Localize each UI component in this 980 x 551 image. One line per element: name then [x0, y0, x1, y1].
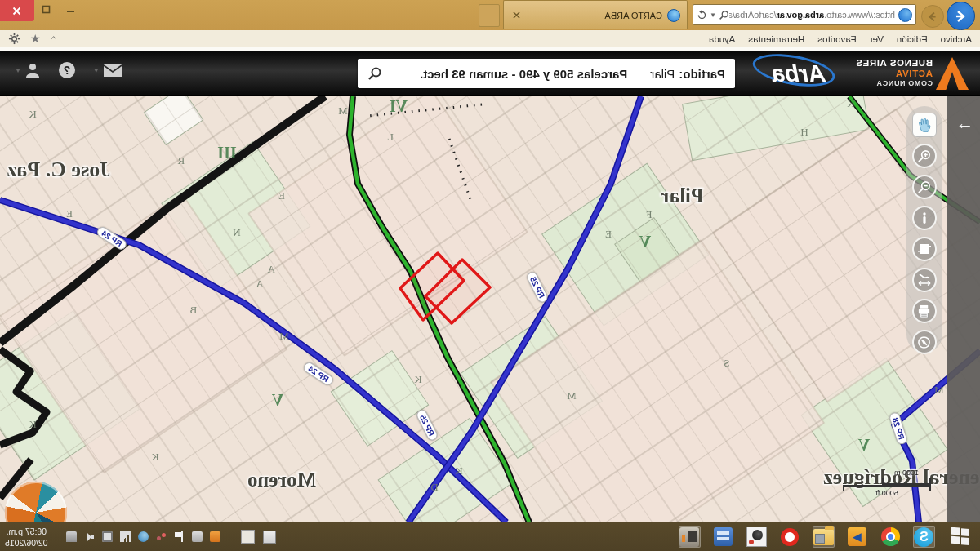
- minimize-button[interactable]: [59, 0, 83, 18]
- zoom-in-button[interactable]: [912, 144, 937, 168]
- taskbar-app-skype[interactable]: S: [913, 526, 935, 548]
- taskbar-app-chrome[interactable]: [880, 526, 902, 548]
- parcel-search-box[interactable]: Partido: Pilar Parcelas 509 y 490 - suma…: [358, 59, 735, 88]
- address-bar[interactable]: https://www.carto.arba.gov.ar/cartoArba/…: [693, 4, 916, 25]
- measure-button[interactable]: [912, 268, 937, 292]
- panel-expand-arrow-icon[interactable]: →: [956, 113, 973, 134]
- ltr-label: E: [66, 207, 73, 220]
- menu-item-archivo[interactable]: Archivo: [941, 34, 972, 44]
- preview-button[interactable]: [912, 237, 937, 261]
- ltr-label: E: [605, 228, 612, 241]
- tray-orange-icon[interactable]: [210, 531, 220, 542]
- menu-item-ver[interactable]: Ver: [870, 34, 884, 44]
- mirrored-screenshot: https://www.carto.arba.gov.ar/cartoArba/…: [0, 0, 980, 551]
- arba-logo: Arba: [755, 57, 837, 90]
- settings-gear-icon[interactable]: [8, 33, 20, 45]
- taskbar-clock[interactable]: 06:57 p.m. 02/06/2015: [5, 526, 48, 549]
- tray-dots-icon[interactable]: [156, 531, 167, 542]
- tiles-icon[interactable]: [263, 531, 276, 544]
- roman-label: V: [272, 391, 283, 410]
- taskbar-app-media[interactable]: [679, 526, 701, 548]
- town-label: Jose C. Paz: [7, 158, 110, 182]
- user-menu[interactable]: ▼: [15, 62, 41, 78]
- chevron-down-icon: ▼: [93, 67, 100, 74]
- map-toolbar: [906, 106, 942, 353]
- compass-button[interactable]: [912, 330, 937, 354]
- search-icon[interactable]: [368, 66, 382, 81]
- ltr-label: M: [279, 330, 289, 343]
- player-icon: ▶: [848, 527, 866, 546]
- clock-time: 06:57 p.m.: [5, 526, 48, 537]
- partido-label: Partido:: [679, 67, 725, 81]
- zoom-out-button[interactable]: [912, 175, 937, 199]
- menu-item-herramientas[interactable]: Herramientas: [748, 34, 804, 44]
- tray-display-icon[interactable]: [102, 531, 113, 542]
- ltr-label: A: [256, 278, 263, 291]
- help-icon[interactable]: ?: [59, 62, 75, 78]
- opera-icon: [782, 528, 800, 546]
- ltr-label: K: [29, 418, 36, 431]
- ltr-label: K: [151, 451, 158, 464]
- print-button[interactable]: [912, 299, 937, 323]
- close-icon: [13, 7, 22, 16]
- url-text[interactable]: https://www.carto.arba.gov.ar/cartoArba/…: [729, 10, 895, 20]
- tray-clip-icon[interactable]: [192, 531, 203, 542]
- taskbar-app-webcam[interactable]: [746, 526, 768, 548]
- ltr-label: K: [847, 97, 854, 110]
- tool-icon: [714, 527, 733, 546]
- menu-item-ayuda[interactable]: Ayuda: [709, 34, 735, 44]
- address-dropdown-icon[interactable]: ▼: [710, 11, 716, 19]
- tab-carto-arba[interactable]: CARTO ARBA: [503, 0, 688, 29]
- zoom-in-icon: [918, 149, 932, 163]
- taskbar-app-player[interactable]: ▶: [846, 526, 868, 548]
- close-button[interactable]: [0, 0, 34, 21]
- pan-tool-button[interactable]: [912, 113, 937, 137]
- roman-label: III: [217, 144, 236, 162]
- maximize-button[interactable]: [34, 0, 59, 18]
- windows-logo-icon: [951, 527, 971, 547]
- windows-taskbar: S▶ 06:57 p.m. 02/06/2015: [0, 522, 980, 551]
- tray-network-icon[interactable]: [120, 531, 131, 542]
- ltr-label: M: [338, 104, 348, 118]
- start-button[interactable]: [950, 526, 972, 548]
- ltr-label: R: [178, 154, 185, 167]
- scale-metric: 1000 m: [882, 478, 931, 485]
- window-controls: [0, 0, 83, 21]
- menu-item-favoritos[interactable]: Favoritos: [817, 34, 856, 44]
- back-arrow-icon: [955, 10, 968, 23]
- mail-menu[interactable]: ▼: [93, 64, 122, 78]
- back-button[interactable]: [947, 2, 975, 30]
- brand-text: BUENOS AIRES ACTIVA COMO NUNCA: [856, 58, 933, 88]
- search-query-text[interactable]: Parcelas 509 y 490 - suman 93 hect.: [382, 67, 627, 81]
- side-panel-collapsed[interactable]: →: [947, 96, 980, 522]
- partido-value[interactable]: Pilar: [650, 67, 675, 81]
- taskbar-app-tool[interactable]: [712, 526, 734, 548]
- envelope-icon: [103, 64, 122, 78]
- refresh-icon[interactable]: [697, 10, 707, 20]
- scale-bar: 1000 m 5000 ft: [843, 478, 931, 491]
- ltr-label: S: [724, 357, 729, 370]
- tray-speaker-icon[interactable]: [84, 531, 95, 542]
- tray-globe-icon[interactable]: [138, 531, 149, 542]
- media-icon: [680, 527, 700, 547]
- roman-label: V: [639, 233, 651, 251]
- favorites-star-icon[interactable]: ★: [30, 32, 41, 45]
- taskbar-app-folder[interactable]: [813, 526, 835, 548]
- printer-icon: [918, 304, 932, 318]
- note-icon[interactable]: [241, 530, 255, 544]
- tab-close-icon[interactable]: [510, 9, 523, 22]
- info-button[interactable]: [912, 206, 937, 230]
- forward-button[interactable]: [921, 5, 944, 28]
- webcam-icon: [746, 527, 767, 547]
- tab-title[interactable]: CARTO ARBA: [528, 11, 662, 20]
- map-canvas[interactable]: KRENAABMKKDKMLMSEFHKMEK IIIVIVVV Jose C.…: [0, 96, 980, 522]
- pinned-icons: [241, 530, 276, 544]
- tray-plug-icon[interactable]: [66, 531, 77, 542]
- taskbar-app-opera[interactable]: [779, 526, 801, 548]
- tray-flag-icon[interactable]: [174, 531, 185, 542]
- new-tab-button[interactable]: [479, 4, 500, 27]
- ltr-label: K: [455, 464, 462, 478]
- search-icon[interactable]: [719, 10, 729, 20]
- menu-item-edicion[interactable]: Edición: [897, 34, 928, 44]
- home-icon[interactable]: ⌂: [51, 32, 57, 45]
